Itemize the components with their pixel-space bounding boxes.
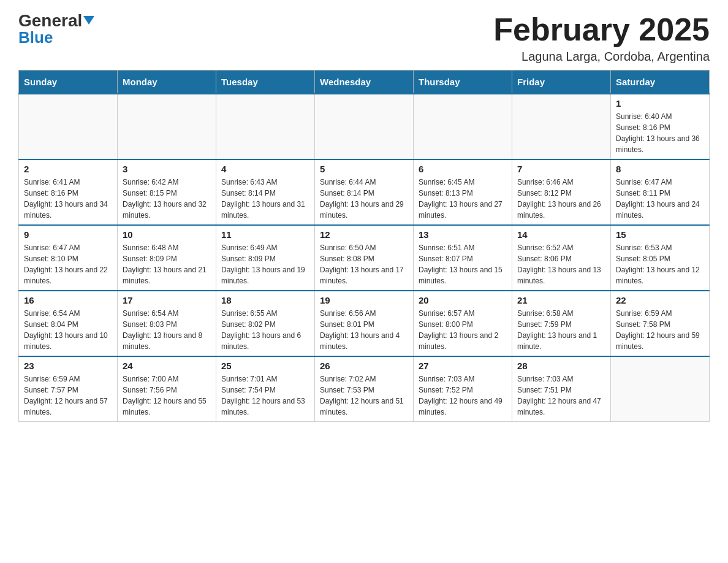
day-info: Sunrise: 6:48 AM Sunset: 8:09 PM Dayligh… [123, 242, 211, 286]
day-number: 2 [24, 164, 112, 174]
day-info: Sunrise: 6:58 AM Sunset: 7:59 PM Dayligh… [517, 308, 605, 352]
day-info: Sunrise: 6:40 AM Sunset: 8:16 PM Dayligh… [616, 111, 704, 155]
day-info: Sunrise: 6:53 AM Sunset: 8:05 PM Dayligh… [616, 242, 704, 286]
day-info: Sunrise: 6:55 AM Sunset: 8:02 PM Dayligh… [221, 308, 309, 352]
calendar-cell: 15Sunrise: 6:53 AM Sunset: 8:05 PM Dayli… [611, 225, 710, 291]
day-info: Sunrise: 7:01 AM Sunset: 7:54 PM Dayligh… [221, 373, 309, 418]
day-info: Sunrise: 6:59 AM Sunset: 7:58 PM Dayligh… [616, 308, 704, 352]
logo-general: General [18, 12, 94, 29]
day-info: Sunrise: 6:51 AM Sunset: 8:07 PM Dayligh… [419, 242, 507, 286]
day-number: 7 [517, 164, 605, 174]
day-number: 3 [123, 164, 211, 174]
calendar-cell: 16Sunrise: 6:54 AM Sunset: 8:04 PM Dayli… [19, 291, 118, 356]
day-number: 25 [221, 361, 309, 371]
title-block: February 2025 Laguna Larga, Cordoba, Arg… [493, 12, 710, 64]
calendar-cell: 10Sunrise: 6:48 AM Sunset: 8:09 PM Dayli… [118, 225, 216, 291]
calendar-cell: 8Sunrise: 6:47 AM Sunset: 8:11 PM Daylig… [611, 159, 710, 225]
header-sunday: Sunday [19, 71, 118, 94]
header-friday: Friday [512, 71, 611, 94]
calendar-cell: 22Sunrise: 6:59 AM Sunset: 7:58 PM Dayli… [611, 291, 710, 356]
day-number: 26 [320, 361, 408, 371]
calendar-cell: 3Sunrise: 6:42 AM Sunset: 8:15 PM Daylig… [118, 159, 216, 225]
day-number: 14 [517, 229, 605, 240]
calendar-week-5: 23Sunrise: 6:59 AM Sunset: 7:57 PM Dayli… [19, 356, 710, 422]
day-info: Sunrise: 6:49 AM Sunset: 8:09 PM Dayligh… [221, 242, 309, 286]
calendar-cell: 2Sunrise: 6:41 AM Sunset: 8:16 PM Daylig… [19, 159, 118, 225]
calendar-cell: 11Sunrise: 6:49 AM Sunset: 8:09 PM Dayli… [216, 225, 315, 291]
day-info: Sunrise: 6:45 AM Sunset: 8:13 PM Dayligh… [419, 177, 507, 221]
calendar-cell: 19Sunrise: 6:56 AM Sunset: 8:01 PM Dayli… [315, 291, 414, 356]
calendar-cell: 26Sunrise: 7:02 AM Sunset: 7:53 PM Dayli… [315, 356, 414, 422]
calendar-cell: 14Sunrise: 6:52 AM Sunset: 8:06 PM Dayli… [512, 225, 611, 291]
day-number: 8 [616, 164, 704, 174]
calendar-cell: 13Sunrise: 6:51 AM Sunset: 8:07 PM Dayli… [414, 225, 512, 291]
calendar-cell: 21Sunrise: 6:58 AM Sunset: 7:59 PM Dayli… [512, 291, 611, 356]
calendar-cell: 17Sunrise: 6:54 AM Sunset: 8:03 PM Dayli… [118, 291, 216, 356]
calendar-cell: 24Sunrise: 7:00 AM Sunset: 7:56 PM Dayli… [118, 356, 216, 422]
calendar-cell [19, 94, 118, 159]
day-number: 17 [123, 295, 211, 305]
header-tuesday: Tuesday [216, 71, 315, 94]
day-info: Sunrise: 6:47 AM Sunset: 8:11 PM Dayligh… [616, 177, 704, 221]
day-info: Sunrise: 6:52 AM Sunset: 8:06 PM Dayligh… [517, 242, 605, 286]
day-info: Sunrise: 6:57 AM Sunset: 8:00 PM Dayligh… [419, 308, 507, 352]
calendar-week-1: 1Sunrise: 6:40 AM Sunset: 8:16 PM Daylig… [19, 94, 710, 159]
calendar-table: SundayMondayTuesdayWednesdayThursdayFrid… [18, 70, 710, 422]
day-number: 13 [419, 229, 507, 240]
day-number: 18 [221, 295, 309, 305]
day-info: Sunrise: 7:02 AM Sunset: 7:53 PM Dayligh… [320, 373, 408, 418]
calendar-title: February 2025 [493, 12, 710, 47]
day-info: Sunrise: 6:42 AM Sunset: 8:15 PM Dayligh… [123, 177, 211, 221]
calendar-cell [611, 356, 710, 422]
calendar-cell: 7Sunrise: 6:46 AM Sunset: 8:12 PM Daylig… [512, 159, 611, 225]
day-number: 16 [24, 295, 112, 305]
day-info: Sunrise: 6:54 AM Sunset: 8:04 PM Dayligh… [24, 308, 112, 352]
calendar-cell: 18Sunrise: 6:55 AM Sunset: 8:02 PM Dayli… [216, 291, 315, 356]
day-number: 5 [320, 164, 408, 174]
day-info: Sunrise: 7:03 AM Sunset: 7:51 PM Dayligh… [517, 373, 605, 418]
calendar-cell [118, 94, 216, 159]
day-info: Sunrise: 7:03 AM Sunset: 7:52 PM Dayligh… [419, 373, 507, 418]
calendar-cell: 6Sunrise: 6:45 AM Sunset: 8:13 PM Daylig… [414, 159, 512, 225]
day-number: 19 [320, 295, 408, 305]
calendar-cell: 4Sunrise: 6:43 AM Sunset: 8:14 PM Daylig… [216, 159, 315, 225]
calendar-cell: 5Sunrise: 6:44 AM Sunset: 8:14 PM Daylig… [315, 159, 414, 225]
day-number: 12 [320, 229, 408, 240]
calendar-header-row: SundayMondayTuesdayWednesdayThursdayFrid… [19, 71, 710, 94]
day-number: 9 [24, 229, 112, 240]
calendar-week-2: 2Sunrise: 6:41 AM Sunset: 8:16 PM Daylig… [19, 159, 710, 225]
day-info: Sunrise: 6:41 AM Sunset: 8:16 PM Dayligh… [24, 177, 112, 221]
logo-triangle-icon [83, 16, 94, 25]
day-number: 10 [123, 229, 211, 240]
day-info: Sunrise: 6:47 AM Sunset: 8:10 PM Dayligh… [24, 242, 112, 286]
day-info: Sunrise: 7:00 AM Sunset: 7:56 PM Dayligh… [123, 373, 211, 418]
day-info: Sunrise: 6:50 AM Sunset: 8:08 PM Dayligh… [320, 242, 408, 286]
calendar-cell: 28Sunrise: 7:03 AM Sunset: 7:51 PM Dayli… [512, 356, 611, 422]
calendar-cell [315, 94, 414, 159]
day-number: 21 [517, 295, 605, 305]
calendar-cell: 23Sunrise: 6:59 AM Sunset: 7:57 PM Dayli… [19, 356, 118, 422]
day-number: 20 [419, 295, 507, 305]
header-wednesday: Wednesday [315, 71, 414, 94]
page-header: General Blue February 2025 Laguna Larga,… [18, 12, 710, 64]
day-number: 4 [221, 164, 309, 174]
day-number: 15 [616, 229, 704, 240]
header-thursday: Thursday [414, 71, 512, 94]
day-number: 22 [616, 295, 704, 305]
day-number: 28 [517, 361, 605, 371]
calendar-cell [414, 94, 512, 159]
day-info: Sunrise: 6:56 AM Sunset: 8:01 PM Dayligh… [320, 308, 408, 352]
calendar-week-4: 16Sunrise: 6:54 AM Sunset: 8:04 PM Dayli… [19, 291, 710, 356]
calendar-cell: 9Sunrise: 6:47 AM Sunset: 8:10 PM Daylig… [19, 225, 118, 291]
day-info: Sunrise: 6:54 AM Sunset: 8:03 PM Dayligh… [123, 308, 211, 352]
calendar-cell [512, 94, 611, 159]
calendar-cell: 20Sunrise: 6:57 AM Sunset: 8:00 PM Dayli… [414, 291, 512, 356]
day-info: Sunrise: 6:46 AM Sunset: 8:12 PM Dayligh… [517, 177, 605, 221]
calendar-cell: 1Sunrise: 6:40 AM Sunset: 8:16 PM Daylig… [611, 94, 710, 159]
day-number: 23 [24, 361, 112, 371]
logo-blue: Blue [18, 28, 53, 47]
calendar-cell: 27Sunrise: 7:03 AM Sunset: 7:52 PM Dayli… [414, 356, 512, 422]
calendar-week-3: 9Sunrise: 6:47 AM Sunset: 8:10 PM Daylig… [19, 225, 710, 291]
day-number: 24 [123, 361, 211, 371]
day-info: Sunrise: 6:44 AM Sunset: 8:14 PM Dayligh… [320, 177, 408, 221]
